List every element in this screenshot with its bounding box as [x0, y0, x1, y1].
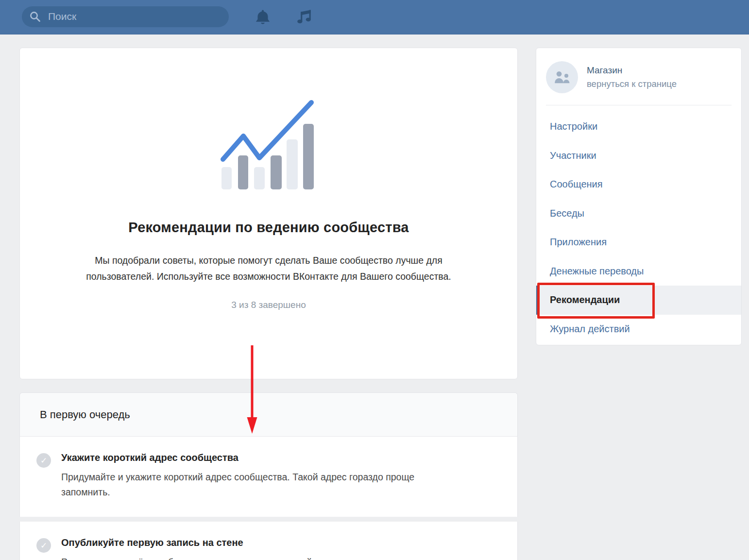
community-profile-text: Магазин вернуться к странице [587, 65, 677, 89]
community-two-people-icon [554, 70, 571, 85]
search-field-wrap [22, 6, 229, 27]
community-avatar[interactable] [546, 61, 578, 93]
sidebar-item-chats[interactable]: Беседы [536, 199, 741, 228]
page-description: Мы подобрали советы, которые помогут сде… [72, 253, 465, 285]
back-to-page-link[interactable]: вернуться к странице [587, 79, 677, 89]
checklist-item-first-post: ✓ Опубликуйте первую запись на стене Рас… [19, 522, 518, 560]
music-icon[interactable] [295, 8, 313, 27]
checklist-item-content: Опубликуйте первую запись на стене Расск… [61, 537, 428, 560]
search-input[interactable] [22, 6, 229, 27]
community-profile-row: Магазин вернуться к странице [536, 48, 741, 105]
checklist-item-title[interactable]: Опубликуйте первую запись на стене [61, 537, 428, 548]
item-divider [19, 517, 518, 522]
sidebar-item-action-log[interactable]: Журнал действий [536, 315, 741, 344]
check-icon: ✓ [36, 453, 51, 468]
chart-illustration [220, 100, 317, 192]
checklist-item-description: Придумайте и укажите короткий адрес сооб… [61, 470, 447, 500]
sidebar-item-money-transfers[interactable]: Денежные переводы [536, 257, 741, 286]
checklist-item-content: Укажите короткий адрес сообщества Придум… [61, 452, 447, 500]
sidebar-menu: Настройки Участники Сообщения Беседы При… [536, 105, 741, 343]
topbar [0, 0, 749, 34]
progress-status: 3 из 8 завершено [20, 300, 517, 310]
sidebar-item-messages[interactable]: Сообщения [536, 170, 741, 199]
checklist-item-short-address: ✓ Укажите короткий адрес сообщества Прид… [19, 437, 518, 517]
section-header: В первую очередь [19, 392, 518, 437]
sidebar-item-members[interactable]: Участники [536, 141, 741, 170]
recommendations-hero-card: Рекомендации по ведению сообщества Мы по… [19, 48, 518, 379]
first-priority-section: В первую очередь ✓ Укажите короткий адре… [19, 392, 518, 560]
sidebar-item-settings[interactable]: Настройки [536, 112, 741, 141]
checklist-item-title[interactable]: Укажите короткий адрес сообщества [61, 452, 447, 463]
sidebar-item-recommendations[interactable]: Рекомендации [536, 286, 741, 315]
community-name-link[interactable]: Магазин [587, 65, 677, 76]
community-sidebar: Магазин вернуться к странице Настройки У… [536, 48, 742, 345]
section-heading: В первую очередь [40, 408, 130, 421]
checklist-item-description: Расскажите о своём сообществе или подели… [61, 555, 428, 560]
sidebar-item-apps[interactable]: Приложения [536, 228, 741, 257]
page-title: Рекомендации по ведению сообщества [20, 220, 517, 236]
bell-icon[interactable] [254, 8, 272, 27]
check-icon: ✓ [36, 538, 51, 553]
